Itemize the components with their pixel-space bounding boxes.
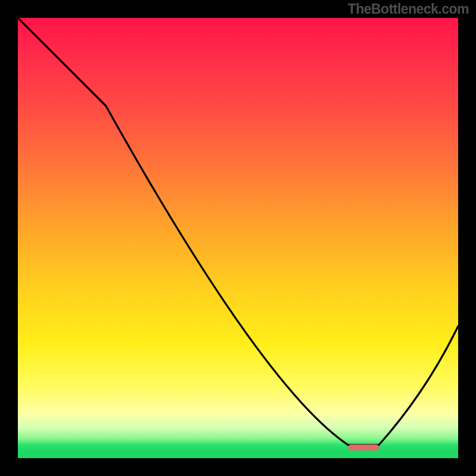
watermark-text: TheBottleneck.com: [347, 1, 469, 17]
chart-min-marker: [348, 444, 379, 450]
chart-curve: [18, 18, 458, 458]
chart-plot-area: [18, 18, 458, 458]
chart-curve-path: [18, 18, 458, 445]
